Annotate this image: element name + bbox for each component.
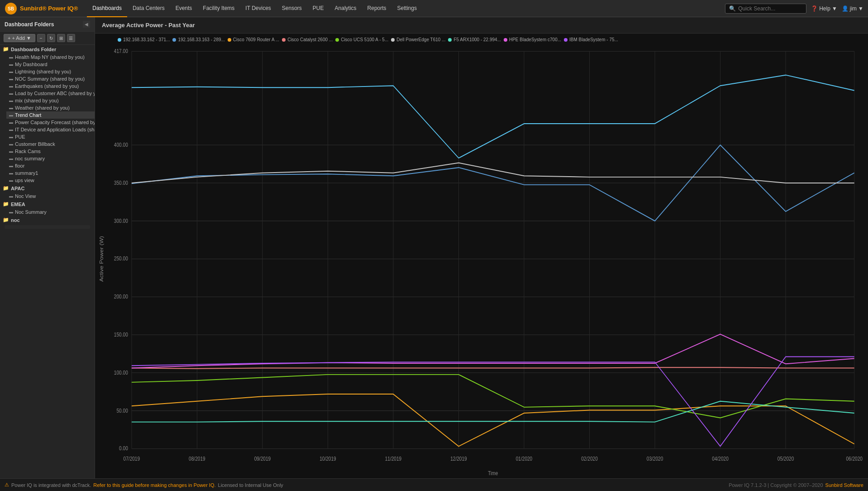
dash-icon: ▬ xyxy=(9,164,13,168)
folder-open-icon: 📁 xyxy=(3,46,9,52)
sunbird-link[interactable]: Sunbird Software xyxy=(825,482,863,488)
bottom-bar: ⚠ Power IQ is integrated with dcTrack. R… xyxy=(0,478,868,491)
dash-icon: ▬ xyxy=(9,194,13,198)
legend-color-7 xyxy=(504,38,507,42)
sidebar-list-button[interactable]: ☰ xyxy=(67,34,75,42)
svg-text:07/2019: 07/2019 xyxy=(124,455,140,462)
svg-text:08/2019: 08/2019 xyxy=(189,455,205,462)
help-button[interactable]: ❓ Help ▼ xyxy=(811,5,837,12)
legend-label-3: Cisco Catalyst 2600 ... xyxy=(287,37,333,42)
nav-dashboards[interactable]: Dashboards xyxy=(87,0,127,17)
legend-color-6 xyxy=(448,38,452,42)
svg-rect-2 xyxy=(95,34,868,478)
sidebar-item-health-map[interactable]: ▬Health Map NY (shared by you) xyxy=(6,53,95,61)
sidebar-item-power-capacity[interactable]: ▬Power Capacity Forecast (shared by you) xyxy=(6,119,95,126)
nav-events[interactable]: Events xyxy=(170,0,198,17)
main-layout: Dashboard Folders ◀ + + Add ▼ − ↻ ⊞ ☰ 📁 … xyxy=(0,17,868,478)
sidebar-item-mix[interactable]: ▬mix (shared by you) xyxy=(6,97,95,104)
legend-color-1 xyxy=(172,38,176,42)
dash-icon: ▬ xyxy=(9,178,13,183)
sidebar-item-summary1[interactable]: ▬summary1 xyxy=(6,169,95,177)
folder-icon-emea: 📁 xyxy=(3,201,9,207)
dash-icon: ▬ xyxy=(9,149,13,154)
add-dashboard-button[interactable]: + + Add ▼ xyxy=(4,34,35,42)
folder-apac[interactable]: 📁 APAC xyxy=(0,184,95,193)
search-input[interactable] xyxy=(738,5,801,12)
sidebar-item-my-dashboard[interactable]: ▬My Dashboard xyxy=(6,61,95,68)
legend-label-7: HPE BladeSystem c700... xyxy=(509,37,561,42)
folder-emea[interactable]: 📁 EMEA xyxy=(0,200,95,208)
nav-it-devices[interactable]: IT Devices xyxy=(240,0,276,17)
sidebar-item-noc-summary[interactable]: ▬noc summary xyxy=(6,155,95,162)
sidebar-item-emea-noc-summary[interactable]: ▬Noc Summary xyxy=(6,208,95,216)
sidebar-item-floor[interactable]: ▬floor xyxy=(6,162,95,169)
sidebar-item-rack-cams[interactable]: ▬Rack Cams xyxy=(6,148,95,155)
svg-text:350.00: 350.00 xyxy=(114,179,128,186)
svg-text:Active Power (W): Active Power (W) xyxy=(99,236,104,282)
sidebar-item-customer-billback[interactable]: ▬Customer Billback xyxy=(6,140,95,148)
legend-label-0: 192.168.33.162 - 371... xyxy=(123,37,170,42)
dash-icon: ▬ xyxy=(9,127,13,132)
nav-menu: Dashboards Data Centers Events Facility … xyxy=(87,0,725,17)
nav-sensors[interactable]: Sensors xyxy=(277,0,307,17)
nav-pue[interactable]: PUE xyxy=(307,0,329,17)
dash-icon: ▬ xyxy=(9,171,13,175)
brand-name: Sunbird® Power IQ® xyxy=(20,5,78,12)
sidebar-item-pue[interactable]: ▬PUE xyxy=(6,133,95,140)
warning-text: Power IQ is integrated with dcTrack. xyxy=(11,482,91,488)
licensed-text: Licensed to Internal Use Only xyxy=(218,482,283,488)
folder-noc[interactable]: 📁 noc xyxy=(0,216,95,224)
legend-item-1: 192.168.33.163 - 289... xyxy=(172,37,224,42)
legend-label-2: Cisco 7609 Router A ... xyxy=(233,37,279,42)
sidebar-item-noc-summary-shared[interactable]: ▬NOC Summary (shared by you) xyxy=(6,75,95,82)
sidebar-header: Dashboard Folders ◀ xyxy=(0,17,95,32)
sidebar-item-it-device-loads[interactable]: ▬IT Device and Application Loads (shared… xyxy=(6,126,95,133)
sidebar-item-earthquakes[interactable]: ▬Earthquakes (shared by you) xyxy=(6,82,95,90)
add-chevron-icon: ▼ xyxy=(26,35,31,41)
svg-text:417.00: 417.00 xyxy=(114,48,128,54)
svg-text:11/2019: 11/2019 xyxy=(385,455,402,462)
legend-item-2: Cisco 7609 Router A ... xyxy=(228,37,279,42)
sidebar-item-weather[interactable]: ▬Weather (shared by you) xyxy=(6,104,95,111)
sidebar-item-load-customer[interactable]: ▬Load by Customer ABC (shared by you) xyxy=(6,90,95,97)
nav-reports[interactable]: Reports xyxy=(362,0,392,17)
user-button[interactable]: 👤 jim ▼ xyxy=(842,5,863,12)
dash-icon: ▬ xyxy=(9,120,13,125)
svg-text:02/2020: 02/2020 xyxy=(581,455,598,462)
chart-header: Average Active Power - Past Year xyxy=(95,17,868,34)
nav-data-centers[interactable]: Data Centers xyxy=(127,0,170,17)
svg-text:03/2020: 03/2020 xyxy=(647,455,663,462)
chart-legend: 192.168.33.162 - 371... 192.168.33.163 -… xyxy=(118,37,618,42)
nav-settings[interactable]: Settings xyxy=(392,0,422,17)
search-box[interactable]: 🔍 xyxy=(725,4,806,14)
sidebar-remove-button[interactable]: − xyxy=(37,34,45,42)
sidebar-item-lightning[interactable]: ▬Lightning (shared by you) xyxy=(6,68,95,75)
chart-svg: 0.00 50.00 100.00 150.00 200.00 250.00 3… xyxy=(95,34,868,478)
legend-color-4 xyxy=(335,38,339,42)
legend-item-7: HPE BladeSystem c700... xyxy=(504,37,561,42)
sidebar-item-trend-chart[interactable]: ▬Trend Chart xyxy=(6,111,95,119)
folder-emea-children: ▬Noc Summary xyxy=(0,208,95,216)
folder-dashboards[interactable]: 📁 Dashboards Folder xyxy=(0,45,95,53)
sidebar-grid-button[interactable]: ⊞ xyxy=(57,34,65,42)
svg-text:05/2020: 05/2020 xyxy=(777,455,794,462)
svg-text:12/2019: 12/2019 xyxy=(450,455,467,462)
dash-icon: ▬ xyxy=(9,77,13,81)
sidebar-scrollbar[interactable] xyxy=(5,225,90,229)
sidebar-refresh-button[interactable]: ↻ xyxy=(47,34,55,42)
dash-icon: ▬ xyxy=(9,142,13,146)
svg-text:400.00: 400.00 xyxy=(114,141,128,148)
user-icon: 👤 xyxy=(842,5,849,12)
dash-icon: ▬ xyxy=(9,62,13,67)
sidebar-item-ups-view[interactable]: ▬ups view xyxy=(6,177,95,184)
nav-right-area: 🔍 ❓ Help ▼ 👤 jim ▼ xyxy=(725,4,863,14)
svg-text:09/2019: 09/2019 xyxy=(254,455,271,462)
dash-icon: ▬ xyxy=(9,98,13,103)
nav-facility-items[interactable]: Facility Items xyxy=(197,0,240,17)
sidebar-collapse-button[interactable]: ◀ xyxy=(83,21,90,28)
top-navigation: SB Sunbird® Power IQ® Dashboards Data Ce… xyxy=(0,0,868,17)
nav-analytics[interactable]: Analytics xyxy=(329,0,362,17)
dctrack-guide-link[interactable]: Refer to this guide before making change… xyxy=(93,482,215,488)
legend-item-5: Dell PowerEdge T610 ... xyxy=(391,37,445,42)
sidebar-item-noc-view[interactable]: ▬Noc View xyxy=(6,193,95,200)
